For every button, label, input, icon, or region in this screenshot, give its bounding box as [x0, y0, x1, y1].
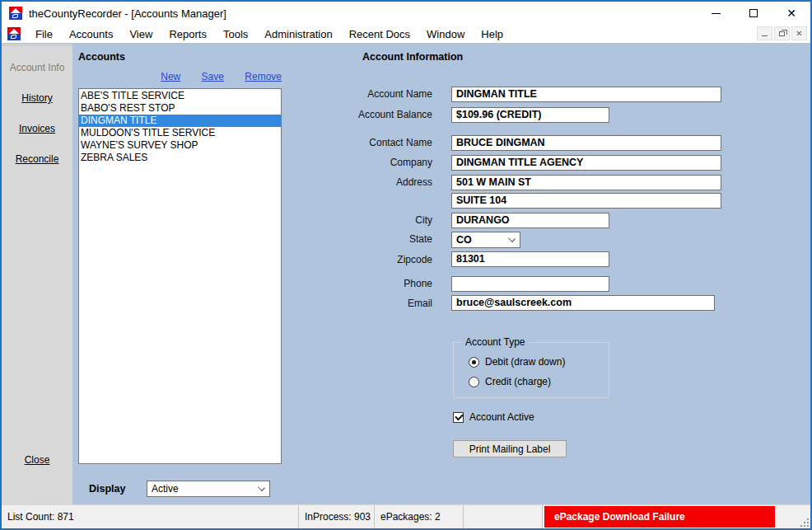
mdi-minimize-button[interactable]	[757, 26, 772, 40]
list-item[interactable]: BABO'S REST STOP	[79, 102, 281, 115]
email-label: Email	[309, 298, 432, 309]
contact-name-label: Contact Name	[309, 137, 432, 148]
maximize-icon	[749, 9, 758, 17]
city-label: City	[309, 214, 432, 226]
address-label: Address	[309, 176, 432, 188]
debit-radio-row[interactable]: Debit (draw down)	[469, 356, 565, 368]
account-type-group: Account Type Debit (draw down) Credit (c…	[453, 342, 609, 398]
sidebar-item-invoices[interactable]: Invoices	[19, 123, 55, 134]
sidebar-item-reconcile[interactable]: Reconcile	[16, 153, 59, 165]
list-item[interactable]: ABE'S TITLE SERVICE	[79, 90, 281, 102]
app-logo-icon	[9, 7, 22, 20]
account-active-row[interactable]: Account Active	[453, 411, 534, 423]
status-bar: List Count: 871 InProcess: 903 ePackages…	[2, 504, 810, 528]
state-value: CO	[456, 234, 472, 246]
phone-label: Phone	[309, 278, 432, 289]
zipcode-field[interactable]: 81301	[451, 251, 609, 267]
mdi-child-icon	[7, 27, 21, 40]
account-actions: New Save Remove	[78, 71, 282, 82]
close-button[interactable]: ✕	[772, 2, 810, 25]
address-line1-field[interactable]: 501 W MAIN ST	[451, 175, 721, 190]
menu-recent-docs[interactable]: Recent Docs	[341, 26, 418, 43]
menu-reports[interactable]: Reports	[161, 26, 215, 43]
mdi-minimize-icon	[762, 35, 768, 36]
mdi-restore-icon	[779, 31, 785, 36]
status-alert-badge[interactable]: ePackage Download Failure	[544, 506, 775, 528]
contact-name-field[interactable]: BRUCE DINGMAN	[451, 135, 721, 151]
mdi-restore-button[interactable]	[774, 26, 790, 40]
menu-administration[interactable]: Administration	[256, 26, 340, 43]
menu-view[interactable]: View	[121, 26, 161, 43]
menu-help[interactable]: Help	[473, 26, 511, 43]
account-active-label: Account Active	[469, 411, 534, 423]
account-name-label: Account Name	[309, 88, 432, 100]
sidebar-item-history[interactable]: History	[21, 92, 52, 104]
company-label: Company	[309, 157, 432, 168]
accounts-panel-title: Accounts	[78, 51, 125, 63]
list-item[interactable]: WAYNE'S SURVEY SHOP	[79, 139, 281, 152]
new-link[interactable]: New	[161, 71, 180, 82]
status-list-count: List Count: 871	[2, 505, 299, 528]
window-title: theCountyRecorder - [Accounts Manager]	[29, 7, 226, 20]
sidebar-nav: Account Info History Invoices Reconcile …	[2, 44, 72, 504]
resize-grip[interactable]	[800, 518, 809, 527]
title-bar: theCountyRecorder - [Accounts Manager] ✕	[2, 2, 810, 25]
save-link[interactable]: Save	[202, 71, 224, 82]
account-balance-field[interactable]: $109.96 (CREDIT)	[451, 107, 609, 123]
debit-radio-button[interactable]	[469, 357, 479, 368]
list-item-selected[interactable]: DINGMAN TITLE	[79, 115, 281, 127]
state-dropdown[interactable]: CO	[451, 232, 520, 248]
menu-tools[interactable]: Tools	[215, 26, 256, 43]
credit-radio-row[interactable]: Credit (charge)	[469, 376, 551, 387]
display-filter-dropdown[interactable]: Active	[147, 481, 270, 497]
status-empty-panel	[464, 505, 543, 528]
email-field[interactable]: bruce@saulscreek.com	[451, 295, 715, 311]
remove-link[interactable]: Remove	[245, 71, 282, 82]
minimize-icon	[712, 13, 721, 14]
display-label: Display	[89, 483, 125, 495]
company-field[interactable]: DINGMAN TITLE AGENCY	[451, 155, 721, 171]
main-area: Account Info History Invoices Reconcile …	[2, 44, 810, 504]
zipcode-label: Zipcode	[309, 254, 432, 265]
chevron-down-icon	[258, 484, 265, 491]
status-in-process: InProcess: 903	[299, 505, 375, 528]
chevron-down-icon	[508, 235, 516, 242]
sidebar-item-account-info: Account Info	[2, 62, 72, 73]
account-name-field[interactable]: DINGMAN TITLE	[451, 87, 721, 102]
city-field[interactable]: DURANGO	[451, 213, 609, 228]
menu-bar: File Accounts View Reports Tools Adminis…	[2, 25, 810, 44]
app-window: theCountyRecorder - [Accounts Manager] ✕…	[0, 0, 812, 530]
list-item[interactable]: ZEBRA SALES	[79, 152, 281, 164]
state-label: State	[309, 233, 432, 245]
sidebar-item-close[interactable]: Close	[25, 454, 50, 466]
menu-accounts[interactable]: Accounts	[61, 26, 121, 43]
account-active-checkbox[interactable]	[453, 412, 464, 423]
display-filter-value: Active	[152, 483, 179, 495]
credit-radio-label: Credit (charge)	[485, 376, 551, 387]
mdi-window-controls: ✕	[757, 26, 807, 40]
list-item[interactable]: MULDOON'S TITLE SERVICE	[79, 127, 281, 139]
print-mailing-label-button[interactable]: Print Mailing Label	[453, 440, 567, 457]
close-icon: ✕	[786, 7, 796, 19]
debit-radio-label: Debit (draw down)	[485, 356, 565, 368]
display-filter-row: Display Active	[89, 483, 125, 495]
status-epackages: ePackages: 2	[375, 505, 464, 528]
mdi-close-button[interactable]: ✕	[791, 26, 807, 40]
address-line2-field[interactable]: SUITE 104	[451, 193, 721, 209]
minimize-button[interactable]	[697, 2, 735, 25]
phone-field[interactable]	[451, 276, 609, 292]
menu-file[interactable]: File	[27, 26, 61, 43]
account-balance-label: Account Balance	[309, 109, 432, 120]
content-area: Accounts Account Information New Save Re…	[72, 44, 810, 504]
accounts-listbox[interactable]: ABE'S TITLE SERVICE BABO'S REST STOP DIN…	[78, 88, 282, 464]
account-information-title: Account Information	[362, 51, 463, 63]
account-type-group-label: Account Type	[462, 336, 529, 348]
maximize-button[interactable]	[735, 2, 772, 25]
menu-window[interactable]: Window	[418, 26, 473, 43]
credit-radio-button[interactable]	[469, 377, 479, 387]
